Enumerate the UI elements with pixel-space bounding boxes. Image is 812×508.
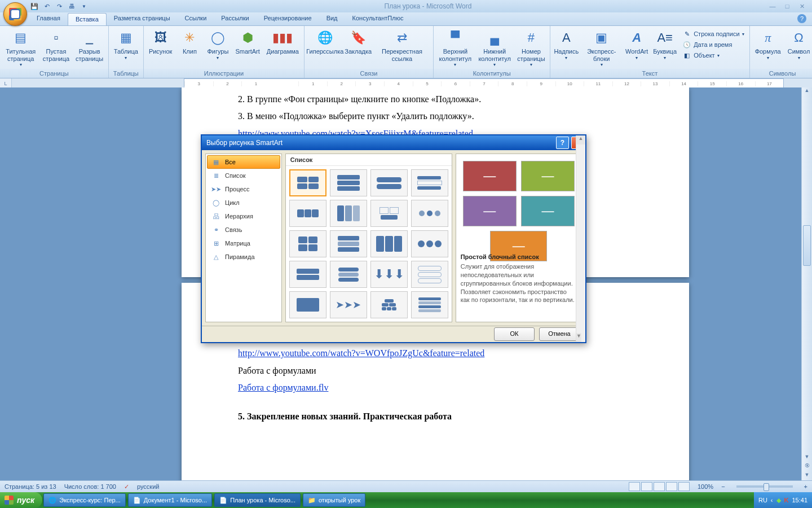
tab-pagelayout[interactable]: Разметка страницы [107,12,178,25]
page-break-button[interactable]: ⎯Разрыв страницы [73,28,106,63]
taskbar-item[interactable]: 🌐 Экспресс-курс: Пер... [43,493,126,507]
tab-view[interactable]: Вид [319,12,345,25]
view-fullscreen[interactable] [641,482,652,491]
zoom-slider[interactable] [736,485,793,488]
scroll-up-icon[interactable]: ▲ [802,87,812,97]
chart-button[interactable]: ▮▮▮Диаграмма [264,28,302,56]
header-button[interactable]: ▀Верхний колонтитул [436,28,475,68]
layout-thumb[interactable] [370,230,408,257]
layout-thumb[interactable] [370,200,408,227]
view-draft[interactable] [678,482,690,491]
layout-thumb[interactable] [411,261,448,288]
layout-thumb[interactable] [289,291,326,318]
footer-button[interactable]: ▄Нижний колонтитул [476,28,514,68]
category-cycle[interactable]: ◯Цикл [207,196,280,209]
tab-references[interactable]: Ссылки [178,12,214,25]
layout-thumb[interactable] [370,291,408,318]
tab-consultant[interactable]: КонсультантПлюс [345,12,411,25]
tray-kaspersky-icon[interactable]: K [784,497,789,503]
picture-button[interactable]: 🖼Рисунок [146,28,175,56]
tab-home[interactable]: Главная [29,12,68,25]
next-page-icon[interactable]: ▼ [802,472,812,481]
smartart-button[interactable]: ⬢SmartArt [232,28,262,56]
qat-dropdown-icon[interactable]: ▼ [79,1,89,11]
close-button[interactable]: ✕ [796,3,807,10]
layout-thumb[interactable] [370,169,408,196]
shapes-button[interactable]: ◯Фигуры [204,28,231,62]
tray-icon[interactable]: ◆ [776,497,781,504]
category-relationship[interactable]: ⚭Связь [207,223,280,237]
zoom-level[interactable]: 100% [698,483,713,490]
layout-thumb[interactable] [330,169,367,196]
textbox-button[interactable]: AНадпись [553,28,580,62]
layout-thumb[interactable] [411,169,448,196]
datetime-button[interactable]: 🕓Дата и время [681,40,745,50]
taskbar-item[interactable]: 📁 открытый урок [303,493,365,507]
spellcheck-icon[interactable]: ✓ [124,483,129,491]
category-process[interactable]: ➤➤Процесс [207,182,280,196]
wordart-button[interactable]: AWordArt [623,28,650,62]
hyperlink[interactable]: http://www.youtube.com/watch?v=WOVfpoJZg… [238,348,484,358]
layout-thumb[interactable] [330,200,367,227]
cancel-button[interactable]: Отмена [539,327,580,341]
layout-thumb[interactable] [289,230,326,257]
layout-thumb[interactable] [411,291,448,318]
save-icon[interactable]: 💾 [29,1,39,11]
clip-button[interactable]: ✳Клип [176,28,203,56]
layout-thumb[interactable] [289,169,326,196]
tab-mailings[interactable]: Рассылки [214,12,256,25]
layout-thumb[interactable] [289,261,326,288]
crossref-button[interactable]: ⇄Перекрестная ссылка [373,28,431,63]
minimize-button[interactable]: — [767,3,778,10]
layout-thumb[interactable] [330,230,367,257]
layout-thumb[interactable]: ⬇⬇⬇ [370,261,408,288]
symbol-button[interactable]: ΩСимвол [785,28,812,62]
office-button[interactable] [3,2,27,26]
redo-icon[interactable]: ↷ [54,1,64,11]
layout-thumb[interactable] [411,230,448,257]
view-outline[interactable] [666,482,677,491]
view-print-layout[interactable] [629,482,640,491]
category-hierarchy[interactable]: 品Иерархия [207,209,280,223]
layout-scrollbar[interactable]: ▲▼ [576,135,585,342]
layout-thumb[interactable] [411,200,448,227]
vertical-scrollbar[interactable]: ▲ ▼ ⦿ ▼ [801,87,812,481]
tab-insert[interactable]: Вставка [68,13,107,25]
dialog-help-button[interactable]: ? [556,137,569,149]
quickparts-button[interactable]: ▣Экспресс-блоки [581,28,622,68]
undo-icon[interactable]: ↶ [42,1,52,11]
status-page[interactable]: Страница: 5 из 13 [5,483,56,490]
category-list[interactable]: ≣Список [207,169,280,182]
pagenum-button[interactable]: #Номер страницы [515,28,548,68]
layout-thumb[interactable] [330,261,367,288]
object-button[interactable]: ◧Объект ▾ [681,50,745,60]
category-all[interactable]: ▦Все [207,155,280,169]
bookmark-button[interactable]: 🔖Закладка [345,28,372,56]
ok-button[interactable]: ОК [494,327,535,341]
status-language[interactable]: русский [137,483,159,490]
taskbar-item[interactable]: 📄 План урока - Microso... [214,493,301,507]
equation-button[interactable]: πФормула [752,28,784,62]
status-wordcount[interactable]: Число слов: 1 700 [64,483,116,490]
tray-icon[interactable]: ‹ [771,497,773,503]
category-pyramid[interactable]: △Пирамида [207,250,280,264]
hyperlink[interactable]: Работа с формулами.flv [238,383,328,392]
dropcap-button[interactable]: A≡Буквица [651,28,678,62]
tab-review[interactable]: Рецензирование [257,12,319,25]
zoom-in-button[interactable]: + [804,483,807,490]
taskbar-item[interactable]: 📄 Документ1 - Microso... [128,493,212,507]
start-button[interactable]: пуск [0,492,42,508]
layout-thumb[interactable] [289,200,326,227]
prev-page-icon[interactable]: ⦿ [802,463,812,472]
print-icon[interactable]: 🖶 [67,1,77,11]
blank-page-button[interactable]: ▫Пустая страница [40,28,72,63]
hyperlink-button[interactable]: 🌐Гиперссылка [307,28,343,56]
help-button[interactable]: ? [797,14,806,23]
tray-clock[interactable]: 15:41 [792,497,807,503]
category-matrix[interactable]: ⊞Матрица [207,237,280,250]
tray-language[interactable]: RU [758,497,767,503]
cover-page-button[interactable]: ▤Титульная страница [2,28,39,68]
zoom-out-button[interactable]: − [721,483,725,490]
scroll-down-icon[interactable]: ▼ [802,454,812,463]
table-button[interactable]: ▦Таблица [111,28,141,62]
